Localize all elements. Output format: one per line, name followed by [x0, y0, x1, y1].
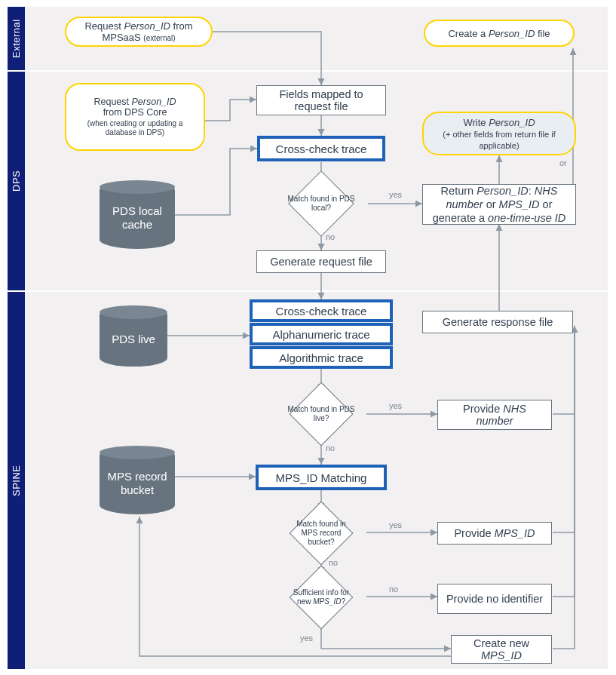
label-yes-2: yes [389, 401, 402, 410]
lane-spine: SPINE [8, 292, 25, 669]
ext-request-start: Request Person_ID from MPSaaS (external) [65, 17, 213, 47]
gen-response-file: Generate response file [422, 311, 573, 333]
provide-none: Provide no identifier [437, 584, 552, 614]
return-pid: Return Person_ID: NHS number or MPS_ID o… [422, 184, 576, 225]
decision-pds-local: Match found in PDS local? [274, 179, 368, 228]
label-yes-4: yes [300, 634, 313, 643]
label-yes: yes [389, 190, 402, 199]
create-new-mps: Create new MPS_ID [451, 635, 552, 664]
label-no-3: no [329, 558, 338, 567]
decision-mps-bucket: Match found in MPS record bucket? [274, 510, 368, 557]
pds-local-cache: PDS local cache [100, 181, 175, 249]
cross-check-trace-2: Cross-check trace [250, 299, 393, 322]
lane-dps: DPS [8, 72, 25, 290]
provide-nhs: Provide NHS number [437, 400, 552, 430]
write-pid: Write Person_ID (+ other fields from ret… [422, 112, 576, 155]
lane-external: External [8, 7, 25, 70]
mps-record-bucket: MPS record bucket [100, 446, 175, 514]
provide-mps: Provide MPS_ID [437, 522, 552, 545]
label-no: no [326, 232, 335, 241]
dps-request-start: Request Person_ID from DPS Core (when cr… [65, 83, 205, 151]
gen-request-file: Generate request file [256, 250, 386, 273]
label-no-2: no [326, 443, 335, 453]
decision-sufficient: Sufficient info for new MPS_ID? [274, 574, 368, 621]
cross-check-trace: Cross-check trace [257, 136, 385, 161]
mps-id-matching: MPS_ID Matching [256, 465, 387, 490]
label-or: or [559, 158, 567, 167]
create-pid-file: Create a Person_ID file [424, 20, 575, 47]
alphanumeric-trace: Alphanumeric trace [250, 323, 393, 345]
label-yes-3: yes [389, 520, 402, 529]
decision-pds-live: Match found in PDS live? [274, 391, 368, 437]
algorithmic-trace: Algorithmic trace [250, 346, 393, 369]
pds-live: PDS live [100, 306, 167, 367]
label-no-4: no [389, 584, 398, 594]
fields-mapped: Fields mapped to request file [256, 85, 386, 115]
